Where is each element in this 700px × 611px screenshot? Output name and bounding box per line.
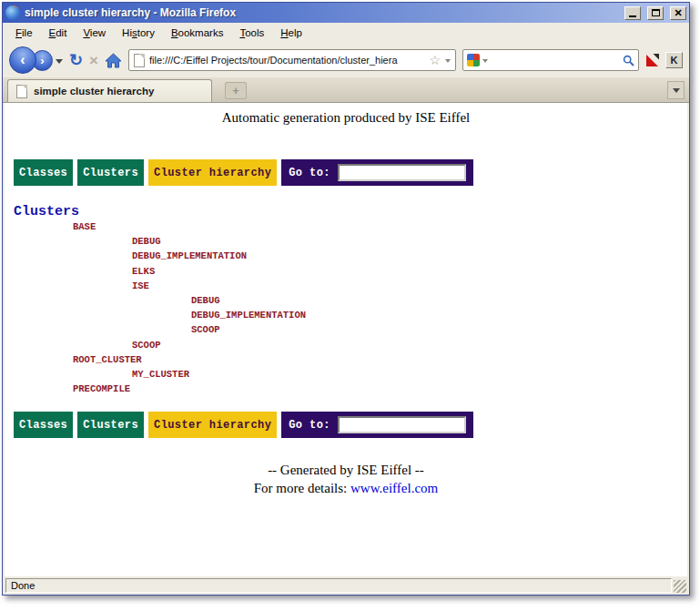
status-field: Done	[5, 578, 672, 593]
page-footer: -- Generated by ISE Eiffel -- For more d…	[5, 461, 687, 497]
menu-view[interactable]: View	[76, 25, 113, 41]
search-input[interactable]	[491, 55, 620, 66]
google-search-engine-icon[interactable]	[467, 54, 480, 66]
title-bar: simple cluster hierarchy - Mozilla Firef…	[3, 3, 689, 23]
home-button[interactable]	[105, 53, 122, 68]
cluster-tree-item[interactable]: SCOOP	[5, 338, 687, 352]
navigation-toolbar: ‹ › ↻ × ☆ K	[3, 43, 689, 77]
cluster-tree-item[interactable]: MY_CLUSTER	[5, 367, 687, 382]
cluster-tree-item[interactable]: ELKS	[5, 264, 687, 279]
classes-button[interactable]: Classes	[14, 412, 73, 438]
page-header-text: Automatic generation produced by ISE Eif…	[5, 110, 687, 126]
goto-input[interactable]	[338, 164, 466, 181]
window-title: simple cluster hierarchy - Mozilla Firef…	[25, 6, 618, 19]
chevron-down-icon	[673, 88, 680, 97]
address-dropdown-icon[interactable]	[445, 59, 451, 66]
cluster-tree-item[interactable]: BASE	[5, 219, 687, 234]
maximize-icon	[652, 9, 660, 16]
cluster-tree-item[interactable]: DEBUG	[5, 293, 687, 308]
tab-simple-cluster-hierarchy[interactable]: simple cluster hierarchy	[7, 79, 212, 102]
generated-by-text: -- Generated by ISE Eiffel --	[5, 461, 687, 479]
list-all-tabs-button[interactable]	[667, 81, 685, 99]
goto-input[interactable]	[338, 416, 466, 433]
cluster-tree-item[interactable]: DEBUG	[5, 234, 687, 249]
more-details-line: For more details: www.eiffel.com	[5, 479, 687, 497]
page-content: Automatic generation produced by ISE Eif…	[5, 103, 687, 576]
stop-button[interactable]: ×	[89, 53, 98, 68]
cluster-tree-item[interactable]: PRECOMPILE	[5, 382, 687, 396]
browser-window: simple cluster hierarchy - Mozilla Firef…	[2, 2, 690, 596]
menu-bookmarks[interactable]: Bookmarks	[164, 25, 231, 41]
menu-file[interactable]: File	[8, 25, 40, 41]
cluster-tree-item[interactable]: ROOT_CLUSTER	[5, 352, 687, 367]
cluster-hierarchy-button[interactable]: Cluster hierarchy	[148, 159, 277, 186]
maximize-button[interactable]	[647, 6, 664, 20]
kaspersky-icon[interactable]	[645, 54, 659, 67]
address-bar[interactable]: ☆	[128, 49, 456, 71]
clusters-button[interactable]: Clusters	[77, 159, 144, 186]
magnifier-icon[interactable]	[623, 55, 634, 66]
cluster-hierarchy-button[interactable]: Cluster hierarchy	[148, 412, 277, 438]
menu-history[interactable]: History	[115, 25, 162, 41]
eiffel-com-link[interactable]: www.eiffel.com	[350, 481, 438, 495]
close-icon: ✕	[674, 8, 682, 18]
history-navigation: ‹ ›	[9, 46, 63, 74]
status-bar: Done	[3, 576, 689, 595]
cluster-tree-item[interactable]: DEBUG_IMPLEMENTATION	[5, 249, 687, 263]
menu-tools[interactable]: Tools	[232, 25, 271, 41]
goto-label: Go to:	[289, 167, 330, 179]
close-button[interactable]: ✕	[670, 6, 686, 20]
new-tab-button[interactable]: +	[225, 82, 247, 99]
cluster-tree-item[interactable]: DEBUG_IMPLEMENTATION	[5, 308, 687, 322]
tab-label: simple cluster hierarchy	[34, 86, 154, 97]
tab-page-icon	[16, 85, 27, 98]
minimize-icon	[629, 15, 636, 17]
clusters-button[interactable]: Clusters	[77, 412, 144, 438]
cluster-tree: Clusters BASEDEBUGDEBUG_IMPLEMENTATIONEL…	[5, 204, 687, 396]
goto-box: Go to:	[281, 412, 473, 438]
nav-button-row-bottom: Classes Clusters Cluster hierarchy Go to…	[14, 412, 687, 438]
goto-label: Go to:	[289, 419, 330, 432]
back-button[interactable]: ‹	[9, 46, 36, 74]
status-text: Done	[11, 580, 35, 591]
search-engine-dropdown-icon[interactable]	[482, 59, 488, 66]
cluster-tree-items: BASEDEBUGDEBUG_IMPLEMENTATIONELKSISEDEBU…	[5, 219, 687, 396]
goto-box: Go to:	[281, 159, 473, 186]
menu-help[interactable]: Help	[273, 25, 309, 41]
classes-button[interactable]: Classes	[14, 159, 73, 186]
kaspersky-keyboard-button[interactable]: K	[665, 52, 683, 68]
search-bar[interactable]	[462, 49, 639, 71]
firefox-icon	[5, 5, 20, 20]
bookmark-star-icon[interactable]: ☆	[429, 54, 441, 66]
nav-button-row-top: Classes Clusters Cluster hierarchy Go to…	[14, 159, 687, 186]
address-input[interactable]	[149, 55, 424, 66]
menu-bar: FileEditViewHistoryBookmarksToolsHelp	[3, 23, 689, 43]
cluster-tree-item[interactable]: ISE	[5, 279, 687, 293]
cluster-tree-heading: Clusters	[5, 204, 687, 219]
menu-edit[interactable]: Edit	[42, 25, 75, 41]
minimize-button[interactable]	[624, 6, 641, 20]
more-details-text: For more details:	[254, 481, 350, 495]
reload-button[interactable]: ↻	[69, 52, 83, 68]
tab-bar: simple cluster hierarchy +	[3, 77, 689, 103]
cluster-tree-item[interactable]: SCOOP	[5, 322, 687, 337]
history-dropdown-icon[interactable]	[56, 59, 63, 67]
resize-grip[interactable]	[674, 580, 686, 593]
page-icon	[134, 54, 145, 67]
